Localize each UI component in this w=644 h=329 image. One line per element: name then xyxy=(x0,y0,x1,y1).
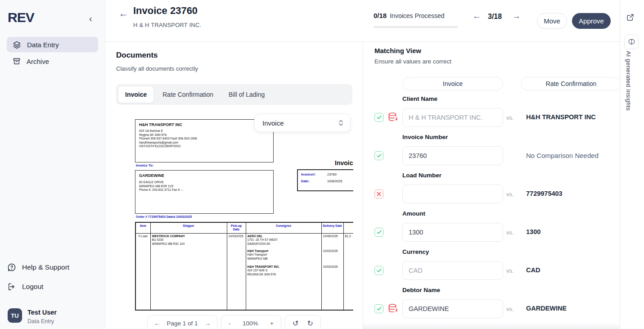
matching-view-subtitle: Ensure all values are correct xyxy=(374,58,451,65)
comparison-value: H&H TRANSPORT INC xyxy=(526,113,596,121)
col-shipper: Shipper xyxy=(150,222,227,233)
sidebar-collapse-icon[interactable]: ‹ xyxy=(89,14,92,24)
rotate-controls: ↺ ↻ xyxy=(285,315,321,329)
consignee-name: H&H TRANSPORT INC. xyxy=(248,265,320,269)
document-type-dropdown[interactable]: Invoice xyxy=(254,114,351,132)
check-icon[interactable] xyxy=(374,266,383,275)
invoice-number-label: Invoice#: xyxy=(301,172,327,176)
user-role: Data Entry xyxy=(27,318,54,324)
documents-title: Documents xyxy=(116,51,158,60)
shipper-line: WINNIPEG MB R3C 3J4 xyxy=(152,242,225,246)
consignee-cell: AERO DEL 1701 -16 TH ST WEST SASKATOON S… xyxy=(246,233,321,310)
document-title: Invoice xyxy=(335,159,353,167)
ai-insights-label: AI generated insights xyxy=(625,51,632,111)
company-line: Regina SK S4N 5T6 xyxy=(139,133,270,137)
check-icon[interactable] xyxy=(374,228,383,237)
ai-insights-rail: AI generated insights xyxy=(620,0,644,329)
layers-icon xyxy=(13,41,21,49)
column-invoice[interactable]: Invoice xyxy=(402,77,503,90)
logout-label: Logout xyxy=(22,283,43,291)
progress-bar xyxy=(374,26,458,28)
client-name-input[interactable] xyxy=(402,108,503,127)
field-row: No Comparison Needed xyxy=(374,146,620,165)
field-debtor-name: Debtor Name vs. GARDEWINE xyxy=(374,287,620,322)
processed-count: 0/18 xyxy=(374,12,387,19)
help-icon xyxy=(7,263,16,272)
tab-invoice[interactable]: Invoice xyxy=(118,86,154,103)
database-sync-icon xyxy=(387,112,399,123)
document-tabs: Invoice Rate Confirmation Bill of Lading xyxy=(116,84,352,105)
page-navigator: ← Page 1 of 1 → xyxy=(147,315,217,329)
approve-button[interactable]: Approve xyxy=(572,13,611,29)
database-sync-icon xyxy=(387,303,399,315)
documents-subtitle: Classify all documents correctly xyxy=(116,65,198,72)
zoom-controls: - 100% + xyxy=(221,315,281,329)
debtor-name-input[interactable] xyxy=(402,299,503,318)
next-invoice-icon[interactable]: → xyxy=(512,11,521,21)
currency-input[interactable] xyxy=(402,261,503,280)
column-rate-confirmation[interactable]: Rate Confirmation xyxy=(521,77,620,90)
field-row: vs. 7729975403 xyxy=(374,185,620,203)
invoice-number-value: 23760 xyxy=(327,172,337,176)
delivery-date: 10/03/2025 xyxy=(323,249,342,265)
back-arrow-icon[interactable]: ← xyxy=(119,8,128,19)
invoices-processed: 0/18Invoices Processed xyxy=(374,12,445,19)
zoom-level: 100% xyxy=(243,320,258,327)
page-subtitle: H & H TRANSPORT INC. xyxy=(133,22,201,28)
invoice-position: 3/18 xyxy=(488,13,502,21)
x-icon[interactable] xyxy=(374,189,383,198)
page-prev-icon[interactable]: ← xyxy=(154,320,160,327)
col-amount: Amount xyxy=(343,222,353,233)
sidebar-item-label: Data Entry xyxy=(27,41,59,49)
check-icon[interactable] xyxy=(374,113,383,122)
user-name: Test User xyxy=(27,309,57,316)
matching-view-panel: Matching View Ensure all values are corr… xyxy=(363,42,620,329)
field-label: Amount xyxy=(402,210,425,217)
bill-to-block: GARDEWINE 60 EAGLE DRIVE WINNIPEG MB R2R… xyxy=(135,170,274,214)
shipper-cell: WESTROCK COMPANY BU 4230 WINNIPEG MB R3C… xyxy=(150,233,227,310)
check-icon[interactable] xyxy=(374,151,383,160)
consignee-line: 424 1ST AVE E xyxy=(248,269,320,272)
field-invoice-number: Invoice Number No Comparison Needed xyxy=(374,134,620,169)
processed-label: Invoices Processed xyxy=(390,12,444,19)
load-number-input[interactable] xyxy=(402,185,503,203)
move-button[interactable]: Move xyxy=(537,13,567,29)
col-item: Item xyxy=(135,222,150,233)
logout-button[interactable]: Logout xyxy=(7,280,43,293)
tab-rate-confirmation[interactable]: Rate Confirmation xyxy=(156,86,220,103)
invoice-to-label: Invoice To: xyxy=(136,163,153,167)
zoom-out-button[interactable]: - xyxy=(229,320,231,327)
field-label: Debtor Name xyxy=(402,287,440,293)
vs-label: vs. xyxy=(506,306,514,312)
line-items-table: Item Shipper Pick-up Date Consignee Deli… xyxy=(135,222,353,311)
amount-input[interactable] xyxy=(402,223,503,242)
ai-insights-button[interactable] xyxy=(624,35,639,49)
consignee-name: H&H Transport xyxy=(248,249,320,253)
documents-panel: Documents Classify all documents correct… xyxy=(105,42,363,329)
consignee-line: REGINA SK S4N 5T6 xyxy=(248,273,320,276)
vs-label: vs. xyxy=(506,114,514,121)
external-link-icon[interactable] xyxy=(626,13,635,22)
bill-to-name: GARDEWINE xyxy=(139,173,270,178)
zoom-in-button[interactable]: + xyxy=(270,320,274,327)
user-avatar[interactable]: TU xyxy=(8,308,22,323)
rotate-cw-icon[interactable]: ↻ xyxy=(307,319,313,328)
date-label: Date: xyxy=(301,179,327,183)
sidebar-item-data-entry[interactable]: Data Entry xyxy=(7,37,98,52)
sidebar-item-archive[interactable]: Archive xyxy=(7,54,98,69)
order-line: Order # 7729975403 Dated 10/03/2025 xyxy=(136,215,192,218)
help-support-button[interactable]: Help & Support xyxy=(7,261,69,274)
check-icon[interactable] xyxy=(374,304,383,313)
company-name: H&H TRANSPORT INC xyxy=(139,122,270,127)
invoice-number-input[interactable] xyxy=(402,146,503,165)
matching-view-title: Matching View xyxy=(374,47,421,54)
shipper-name: WESTROCK COMPANY xyxy=(152,234,225,238)
prev-invoice-icon[interactable]: ← xyxy=(473,11,481,21)
bill-to-line: Phone #: 204-631-3711 Fax #: -- xyxy=(139,188,270,192)
page-next-icon[interactable]: → xyxy=(205,320,211,327)
company-line: Phone# 306-537-6403 Fax# 306-924-1906 xyxy=(139,137,270,141)
tab-bill-of-lading[interactable]: Bill of Lading xyxy=(222,86,271,103)
rotate-ccw-icon[interactable]: ↺ xyxy=(293,319,298,328)
field-amount: Amount vs. 1300 xyxy=(374,210,620,245)
help-support-label: Help & Support xyxy=(22,263,69,271)
